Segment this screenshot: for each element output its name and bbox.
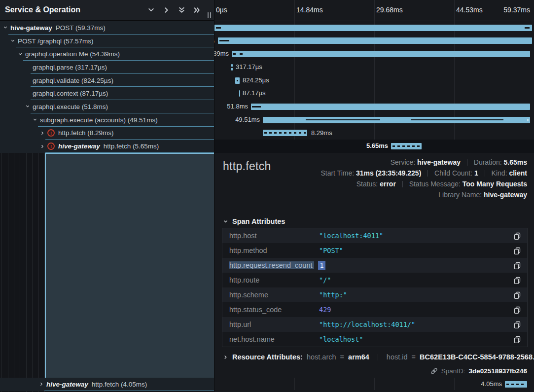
- attribute-value: "localhost": [319, 335, 363, 343]
- tree-row-http-fetch-8ms[interactable]: ! http.fetch (8.29ms): [0, 127, 214, 140]
- start-time-value: 31ms (23:35:49.225): [356, 169, 421, 177]
- tree-row-graphql-context[interactable]: graphql.context (87.17µs): [0, 87, 214, 100]
- span-id-row: SpanID: 3de02518937fb246: [430, 367, 527, 375]
- panel-resize-handle[interactable]: [208, 12, 211, 18]
- attribute-key: http.host: [229, 232, 319, 240]
- library-name-value: hive-gateway: [484, 191, 527, 199]
- span-attributes-section-toggle[interactable]: Span Attributes: [223, 217, 285, 225]
- span-operation: graphql.context (87.17µs): [33, 90, 108, 97]
- copy-icon[interactable]: [513, 247, 521, 254]
- timeline-row[interactable]: 54.39ms: [214, 47, 534, 61]
- chevron-down-icon[interactable]: [33, 117, 37, 122]
- chevron-down-icon[interactable]: [18, 52, 23, 57]
- tree-row-graphql-operation[interactable]: graphql.operation Me (54.39ms): [0, 47, 214, 61]
- span-detail-panel: http.fetch Service: hive-gateway Duratio…: [214, 153, 534, 378]
- status-message-label: Status Message:: [409, 180, 461, 188]
- child-count-value: 1: [474, 169, 478, 177]
- tree-header-title: Service & Operation: [5, 5, 80, 14]
- span-bar[interactable]: [251, 104, 530, 110]
- meta-line-3: Status: error Status Message: Too Many R…: [320, 178, 527, 189]
- span-bar[interactable]: [239, 90, 240, 97]
- service-label: Service:: [391, 158, 416, 166]
- chevron-down-icon[interactable]: [10, 38, 15, 43]
- chevron-down-icon[interactable]: [3, 25, 8, 30]
- attribute-key: http.method: [229, 247, 319, 254]
- timeline-row[interactable]: 51.8ms: [214, 100, 534, 113]
- collapse-all-icon[interactable]: [178, 6, 186, 14]
- tree-row-graphql-execute[interactable]: graphql.execute (51.8ms): [0, 100, 214, 113]
- duration-label: 317.17µs: [236, 61, 262, 74]
- attribute-row: http.status_code 429: [222, 302, 527, 317]
- timeline-row[interactable]: 317.17µs: [214, 61, 534, 74]
- expand-all-icon[interactable]: [193, 6, 201, 14]
- attribute-row: net.host.name "localhost": [222, 332, 527, 347]
- tree-row-http-fetch-5ms-selected[interactable]: ! hive-gateway http.fetch (5.65ms): [0, 140, 214, 153]
- timeline-row-selected[interactable]: 5.65ms: [214, 140, 534, 153]
- chevron-right-icon[interactable]: [39, 382, 44, 387]
- duration-label: 49.51ms: [235, 113, 260, 127]
- tree-row-graphql-validate[interactable]: graphql.validate (824.25µs): [0, 74, 214, 87]
- copy-icon[interactable]: [513, 321, 521, 328]
- timeline-row[interactable]: 87.17µs: [214, 87, 534, 100]
- expand-one-icon[interactable]: [162, 6, 171, 14]
- duration-label: 51.8ms: [227, 100, 248, 113]
- tree-row-graphql-parse[interactable]: graphql.parse (317.17µs): [0, 61, 214, 74]
- timeline-row[interactable]: [214, 21, 534, 35]
- copy-icon[interactable]: [513, 276, 521, 284]
- timeline-row[interactable]: 4.05ms: [214, 378, 534, 391]
- copy-icon[interactable]: [513, 261, 521, 269]
- copy-icon[interactable]: [513, 335, 521, 343]
- span-bar[interactable]: [391, 143, 422, 149]
- span-operation: POST (59.37ms): [56, 24, 106, 32]
- span-bar[interactable]: [214, 25, 532, 31]
- copy-icon[interactable]: [513, 306, 521, 314]
- timeline-row[interactable]: 8.29ms: [214, 127, 534, 140]
- chevron-right-icon[interactable]: [40, 144, 45, 149]
- span-bar[interactable]: [232, 51, 530, 57]
- copy-icon[interactable]: [513, 232, 521, 240]
- span-bar[interactable]: [263, 117, 530, 123]
- duration-label: 87.17µs: [243, 87, 266, 100]
- error-icon: !: [47, 129, 55, 137]
- span-operation: http.fetch (5.65ms): [104, 143, 159, 150]
- span-operation: http.fetch (4.05ms): [92, 381, 147, 388]
- link-icon[interactable]: [430, 367, 438, 375]
- tree-row-hive-gateway-post[interactable]: hive-gateway POST (59.37ms): [0, 21, 214, 35]
- copy-icon[interactable]: [513, 291, 521, 299]
- attribute-key: net.host.name: [229, 335, 319, 343]
- span-attributes-title: Span Attributes: [232, 217, 285, 225]
- tree-row-subgraph-execute[interactable]: subgraph.execute (accounts) (49.51ms): [0, 113, 214, 127]
- timeline-row[interactable]: 49.51ms: [214, 113, 534, 127]
- span-meta: Service: hive-gateway Duration: 5.65ms S…: [320, 157, 527, 200]
- timeline-row[interactable]: 57.57ms: [214, 35, 534, 48]
- chevron-right-icon[interactable]: [40, 131, 45, 136]
- service-value: hive-gateway: [417, 158, 461, 166]
- span-operation: graphql.execute (51.8ms): [33, 103, 108, 110]
- resource-value: BC62E13B-C4CC-5854-9788-2568…: [420, 353, 534, 361]
- selected-span-highlight: [45, 153, 214, 378]
- resource-attributes-row[interactable]: Resource Attributes: host.arch = arm64 h…: [223, 353, 534, 361]
- span-bar[interactable]: [505, 381, 527, 388]
- span-bar[interactable]: [218, 37, 532, 44]
- attribute-key: http.status_code: [229, 306, 319, 314]
- panel-splitter[interactable]: [214, 0, 214, 392]
- attribute-row: http.host "localhost:4011": [222, 228, 527, 243]
- span-bar[interactable]: [235, 77, 240, 84]
- attribute-row: http.method "POST": [222, 243, 527, 258]
- span-bar[interactable]: [263, 130, 307, 136]
- chevron-down-icon[interactable]: [25, 104, 30, 109]
- status-value: error: [380, 180, 396, 188]
- tick-label: 29.68ms: [376, 6, 403, 14]
- child-count-label: Child Count:: [434, 169, 472, 177]
- span-bar[interactable]: [231, 64, 233, 71]
- duration-label: 4.05ms: [481, 378, 502, 391]
- duration-label: 8.29ms: [311, 127, 332, 140]
- span-operation: graphql.validate (824.25µs): [33, 77, 113, 84]
- span-operation: http.fetch (8.29ms): [58, 129, 114, 137]
- tree-row-http-fetch-4ms[interactable]: hive-gateway http.fetch (4.05ms): [0, 378, 214, 391]
- status-label: Status:: [356, 180, 378, 188]
- tree-row-post-graphql[interactable]: POST /graphql (57.57ms): [0, 35, 214, 48]
- resource-key: host.id: [387, 353, 408, 361]
- collapse-one-icon[interactable]: [147, 6, 155, 14]
- timeline-row[interactable]: 824.25µs: [214, 74, 534, 87]
